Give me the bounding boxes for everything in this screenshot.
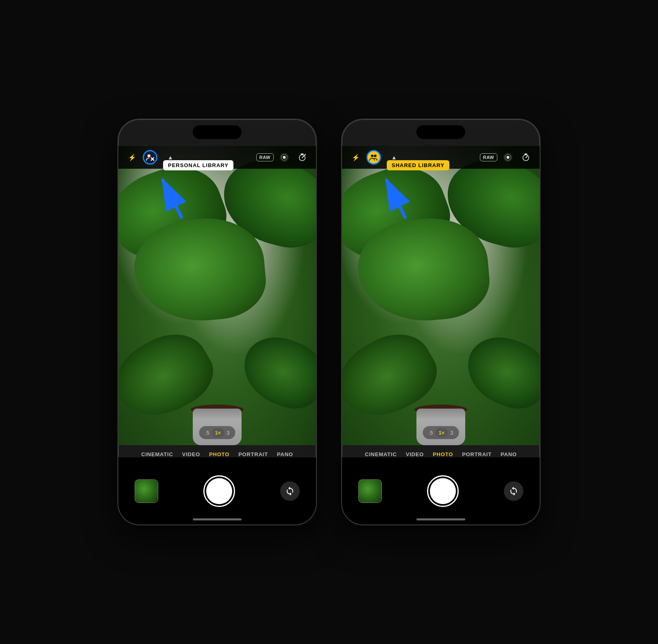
leaf-bottom-right (234, 328, 316, 417)
zoom-3x-shared[interactable]: 3 (450, 430, 453, 436)
mode-cinematic-shared[interactable]: CINEMATIC (365, 451, 397, 457)
timer-btn-shared[interactable] (519, 150, 533, 165)
top-bar-right-shared: RAW (480, 150, 533, 165)
zoom-half-personal[interactable]: .5 (205, 430, 209, 436)
viewfinder-personal[interactable] (118, 146, 316, 445)
zoom-1x-label-personal: 1× (215, 430, 221, 436)
raw-btn-personal[interactable]: RAW (256, 153, 274, 161)
live-photo-icon-s (503, 153, 512, 162)
mode-video-personal[interactable]: VIDEO (182, 451, 200, 457)
mode-strip-personal: CINEMATIC VIDEO PHOTO PORTRAIT PANO (118, 451, 316, 457)
mode-video-shared[interactable]: VIDEO (406, 451, 424, 457)
zoom-1x-label-shared: 1× (438, 430, 444, 436)
flash-icon: ⚡ (128, 154, 136, 161)
library-icon-shared[interactable] (366, 150, 381, 165)
mode-portrait-personal[interactable]: PORTRAIT (238, 451, 268, 457)
svg-point-15 (374, 154, 376, 157)
chevron-up-icon: ▲ (168, 154, 173, 161)
timer-btn-personal[interactable] (295, 150, 309, 165)
live-photo-btn-personal[interactable] (277, 150, 292, 165)
zoom-controls-shared: .5 1× 3 (423, 426, 459, 439)
thumbnail-image-personal (135, 480, 158, 503)
phones-container: ⚡ ▲ (118, 119, 540, 525)
zoom-3x-personal[interactable]: 3 (227, 430, 229, 436)
library-icon-personal[interactable] (143, 150, 157, 165)
svg-point-14 (371, 154, 373, 157)
flash-btn-personal[interactable]: ⚡ (125, 150, 139, 165)
home-indicator-personal (193, 518, 242, 520)
mode-portrait-shared[interactable]: PORTRAIT (462, 451, 492, 457)
phone-personal: ⚡ ▲ (118, 119, 317, 525)
zoom-1x-shared[interactable]: 1× (435, 428, 448, 437)
personal-library-icon (146, 153, 155, 162)
raw-label-s: RAW (483, 155, 494, 160)
phone-frame-shared: ⚡ ▲ (341, 119, 540, 525)
leaf-bottom-right-s (458, 328, 540, 417)
plant-bg-personal (118, 146, 316, 445)
bottom-controls-personal (118, 457, 316, 524)
flash-icon-s: ⚡ (352, 154, 360, 161)
shared-library-icon (369, 153, 378, 162)
plant-bg-shared (342, 146, 540, 445)
flip-camera-btn-personal[interactable] (280, 481, 300, 501)
mode-photo-shared[interactable]: PHOTO (433, 451, 453, 457)
mode-pano-shared[interactable]: PANO (501, 451, 517, 457)
shutter-inner-personal (206, 478, 232, 504)
flip-icon-s (509, 486, 519, 496)
zoom-half-shared[interactable]: .5 (429, 430, 433, 436)
live-photo-btn-shared[interactable] (501, 150, 515, 165)
shutter-inner-shared (430, 478, 456, 504)
mode-cinematic-personal[interactable]: CINEMATIC (141, 451, 173, 457)
home-indicator-shared (416, 518, 465, 520)
timer-icon-s (521, 153, 530, 162)
mode-strip-shared: CINEMATIC VIDEO PHOTO PORTRAIT PANO (342, 451, 540, 457)
photo-thumbnail-shared[interactable] (358, 479, 382, 503)
blue-arrow-personal (153, 172, 194, 221)
svg-point-16 (506, 156, 509, 159)
timer-icon (298, 153, 307, 162)
top-bar-left-personal: ⚡ (125, 150, 157, 165)
live-photo-icon (280, 153, 289, 162)
top-bar-left-shared: ⚡ (349, 150, 381, 165)
chevron-up-icon-s: ▲ (391, 154, 397, 161)
phone-shared: ⚡ ▲ (341, 119, 540, 525)
zoom-controls-personal: .5 1× 3 (199, 426, 235, 439)
raw-label: RAW (259, 155, 270, 160)
dynamic-island-shared (416, 125, 465, 139)
raw-btn-shared[interactable]: RAW (480, 153, 497, 161)
phone-frame-personal: ⚡ ▲ (118, 119, 317, 525)
zoom-1x-personal[interactable]: 1× (211, 428, 224, 437)
library-label-personal: PERSONAL LIBRARY (163, 160, 233, 170)
bottom-controls-shared (342, 457, 540, 524)
top-bar-right-personal: RAW (256, 150, 309, 165)
svg-line-22 (526, 156, 527, 158)
dynamic-island-personal (193, 125, 242, 139)
svg-line-13 (163, 181, 181, 217)
svg-line-9 (302, 156, 304, 158)
flip-camera-btn-shared[interactable] (504, 481, 523, 501)
svg-point-3 (283, 156, 285, 159)
viewfinder-shared[interactable] (342, 146, 540, 445)
blue-arrow-shared (377, 172, 417, 221)
library-label-shared: SHARED LIBRARY (387, 160, 449, 170)
svg-point-11 (304, 155, 305, 156)
flash-btn-shared[interactable]: ⚡ (349, 150, 363, 165)
svg-point-0 (148, 154, 150, 157)
photo-thumbnail-personal[interactable] (135, 479, 158, 503)
mode-pano-personal[interactable]: PANO (277, 451, 293, 457)
thumbnail-image-shared (359, 480, 381, 503)
mode-photo-personal[interactable]: PHOTO (209, 451, 229, 457)
flip-icon (285, 486, 295, 496)
shutter-btn-personal[interactable] (203, 475, 235, 507)
shutter-btn-shared[interactable] (427, 475, 459, 507)
svg-line-24 (387, 181, 405, 217)
